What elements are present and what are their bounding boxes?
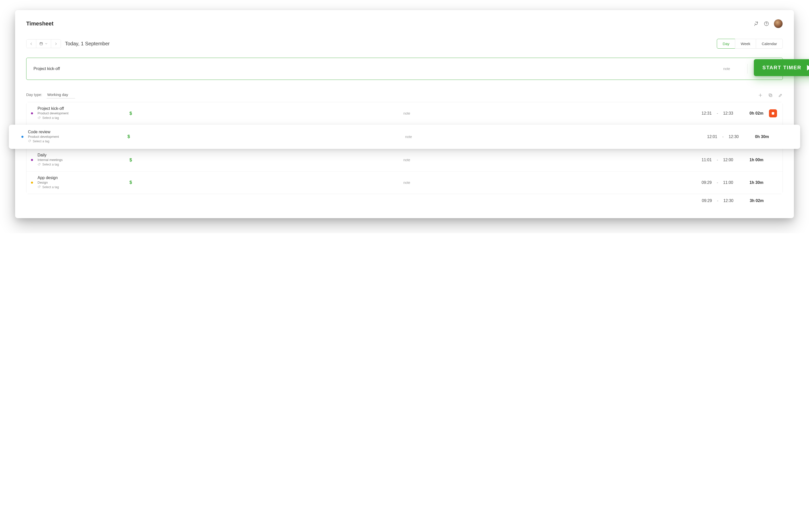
next-day-button[interactable]	[51, 39, 61, 48]
date-controls	[26, 39, 61, 48]
play-icon	[807, 65, 809, 70]
totals-start: 09:29	[702, 199, 712, 203]
help-icon[interactable]	[764, 21, 769, 27]
entry-main: Code reviewProduct developmentSelect a t…	[28, 130, 119, 144]
prev-day-button[interactable]	[27, 39, 36, 48]
entry-main: App designDesignSelect a tag	[37, 175, 121, 190]
entry-project: Product development	[37, 111, 121, 115]
totals-row: 09:29 - 12:30 3h 02m	[26, 194, 783, 203]
entry-note-input[interactable]: note	[139, 135, 678, 139]
start-timer-label: START TIMER	[762, 65, 802, 70]
svg-point-8	[39, 186, 40, 187]
billable-toggle[interactable]: $	[123, 180, 138, 185]
plug-icon[interactable]	[754, 21, 759, 27]
svg-point-1	[766, 25, 767, 25]
active-timer-box: Project kick-off note 0h 02m	[26, 58, 783, 80]
entry-project: Product development	[28, 135, 119, 139]
view-calendar[interactable]: Calendar	[756, 39, 783, 49]
entry-project: Internal meetings	[37, 158, 121, 162]
avatar[interactable]	[774, 19, 783, 28]
entry-main: Project kick-offProduct developmentSelec…	[37, 106, 121, 121]
daytype-left: Day type: Working day	[26, 92, 75, 99]
project-color-dot	[31, 112, 33, 114]
daytype-select[interactable]: Working day	[47, 92, 75, 99]
entry-tag-select[interactable]: Select a tag	[37, 185, 59, 189]
edit-entries-button[interactable]	[778, 93, 783, 98]
entry-project: Design	[37, 181, 121, 184]
entry-title: Daily	[37, 153, 121, 157]
project-color-dot	[21, 136, 23, 138]
entry-time-range[interactable]: 11:01-12:00	[675, 158, 733, 162]
billable-toggle[interactable]: $	[123, 157, 138, 163]
billable-toggle[interactable]: $	[123, 111, 138, 116]
entry-row[interactable]: Project kick-offProduct developmentSelec…	[27, 102, 782, 125]
calendar-icon	[39, 42, 43, 46]
calendar-picker-button[interactable]	[36, 39, 51, 48]
tag-icon	[37, 116, 41, 120]
entry-note-input[interactable]: note	[141, 158, 673, 162]
project-color-dot	[31, 159, 33, 161]
view-switcher: Day Week Calendar	[717, 39, 783, 49]
svg-rect-3	[770, 95, 772, 97]
svg-rect-4	[769, 94, 771, 96]
entry-title: Project kick-off	[37, 106, 121, 111]
entry-duration: 1h 00m	[736, 158, 763, 162]
timesheet-card: Timesheet	[15, 10, 794, 218]
tag-icon	[37, 185, 41, 189]
stop-icon	[772, 112, 774, 115]
billable-toggle[interactable]: $	[121, 134, 136, 139]
entries-actions	[758, 93, 783, 98]
project-color-dot	[31, 182, 33, 184]
totals-duration: 3h 02m	[736, 199, 764, 203]
active-note-input[interactable]: note	[713, 67, 740, 71]
entries-list: Project kick-offProduct developmentSelec…	[26, 102, 783, 194]
entry-tag-select[interactable]: Select a tag	[37, 163, 59, 166]
entry-duration: 0h 02m	[736, 111, 763, 116]
entry-time-range[interactable]: 09:29-11:00	[675, 181, 733, 185]
dash: -	[717, 199, 718, 203]
entry-tag-select[interactable]: Select a tag	[37, 116, 59, 120]
daytype-label: Day type:	[26, 92, 42, 97]
header: Timesheet	[26, 19, 783, 28]
divider	[747, 64, 747, 73]
page-title: Timesheet	[26, 20, 53, 27]
active-task-name[interactable]: Project kick-off	[34, 67, 713, 71]
header-icons	[754, 19, 783, 28]
date-nav: Today, 1 September	[26, 39, 110, 48]
entry-title: App design	[37, 175, 121, 180]
date-label: Today, 1 September	[65, 41, 110, 47]
entry-row[interactable]: Code reviewProduct developmentSelect a t…	[9, 125, 800, 149]
view-week[interactable]: Week	[735, 39, 756, 49]
copy-icon	[768, 93, 773, 98]
svg-rect-2	[40, 42, 42, 45]
entry-duration: 1h 30m	[736, 181, 763, 185]
daytype-row: Day type: Working day	[26, 92, 783, 99]
plus-icon	[758, 93, 763, 98]
start-timer-button[interactable]: START TIMER	[754, 59, 809, 76]
tag-icon	[28, 140, 31, 143]
tag-icon	[37, 163, 41, 166]
add-entry-button[interactable]	[758, 93, 763, 98]
toolbar: Today, 1 September Day Week Calendar	[26, 39, 783, 49]
entry-duration: 0h 30m	[741, 135, 769, 139]
entry-time-range[interactable]: 12:31-12:33	[675, 111, 733, 116]
svg-point-6	[30, 140, 30, 141]
entry-tag-select[interactable]: Select a tag	[28, 140, 49, 143]
stop-timer-button[interactable]	[769, 109, 777, 117]
totals-end: 12:30	[723, 199, 734, 203]
entry-title: Code review	[28, 130, 119, 134]
entry-row[interactable]: DailyInternal meetingsSelect a tag$note1…	[27, 149, 782, 171]
entry-note-input[interactable]: note	[141, 181, 673, 185]
entry-main: DailyInternal meetingsSelect a tag	[37, 153, 121, 167]
entry-row[interactable]: App designDesignSelect a tag$note09:29-1…	[27, 171, 782, 194]
edit-icon	[778, 93, 783, 98]
entry-note-input[interactable]: note	[141, 111, 673, 115]
view-day[interactable]: Day	[717, 39, 735, 49]
copy-entries-button[interactable]	[768, 93, 773, 98]
chevron-down-icon	[45, 42, 48, 45]
entry-time-range[interactable]: 12:01-12:30	[681, 135, 739, 139]
